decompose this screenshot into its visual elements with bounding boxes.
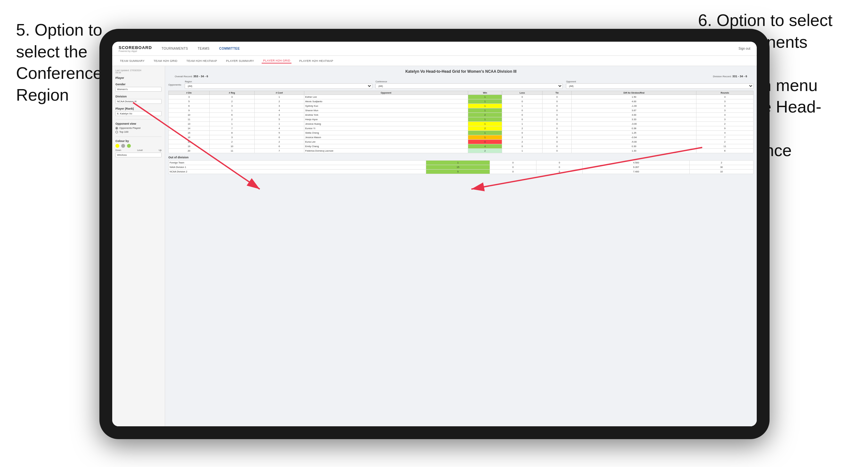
- cell-reg: 1: [209, 122, 254, 126]
- cell-win: 2: [468, 126, 502, 131]
- legend-down: Down: [116, 149, 121, 151]
- subnav-player-h2h-heatmap[interactable]: PLAYER H2H HEATMAP: [298, 59, 335, 63]
- cell-div: 10: [169, 113, 210, 117]
- cell-diff: -5.00: [572, 140, 696, 144]
- subnav-team-h2h-grid[interactable]: TEAM H2H GRID: [152, 59, 179, 63]
- cell-win: 1: [468, 108, 502, 113]
- table-row: 18 2 2 Euna Lee 0 2 0 -5.00 2: [169, 140, 753, 144]
- ood-cell-win: 5: [426, 169, 490, 174]
- cell-tie: 0: [542, 99, 571, 104]
- h2h-table: # Div # Reg # Conf Opponent Win Loss Tie…: [168, 91, 753, 153]
- cell-loss: 0: [502, 108, 542, 113]
- colour-by-select[interactable]: Win/loss: [116, 153, 162, 157]
- ood-cell-rounds: 10: [690, 169, 753, 174]
- cell-rounds: 3: [696, 104, 753, 108]
- cell-conf: 1: [254, 95, 304, 99]
- cell-win: 1: [468, 95, 502, 99]
- nav-committee[interactable]: COMMITTEE: [219, 46, 240, 51]
- opponent-select[interactable]: (All): [566, 83, 753, 89]
- cell-loss: 2: [502, 140, 542, 144]
- cell-win: 1: [468, 135, 502, 140]
- col-loss: Loss: [502, 91, 542, 95]
- division-select[interactable]: NCAA Division III: [116, 99, 162, 104]
- out-of-division-table: Foreign Team 1 0 0 4.500 2 NAIA Division…: [168, 160, 753, 174]
- table-row: 20 11 7 Federica Domecq Lacroze 2 1 0 1.…: [169, 149, 753, 153]
- cell-win: 1: [468, 104, 502, 108]
- col-diff: Diff Av Strokes/Rnd: [572, 91, 696, 95]
- ood-cell-rounds: 30: [690, 165, 753, 169]
- ood-cell-loss: 0: [490, 165, 536, 169]
- cell-loss: 0: [502, 144, 542, 149]
- cell-rounds: 9: [696, 126, 753, 131]
- region-filter: Region (All): [185, 81, 372, 89]
- cell-loss: 1: [502, 149, 542, 153]
- out-of-division-title: Out of division: [168, 156, 753, 159]
- col-rounds: Rounds: [696, 91, 753, 95]
- col-win: Win: [468, 91, 502, 95]
- legend-dot-yellow: [116, 144, 119, 148]
- ood-cell-opponent: NCAA Division 2: [169, 169, 426, 174]
- division-label: Division: [116, 95, 162, 98]
- cell-opponent: Esther Lee: [304, 95, 468, 99]
- cell-tie: 0: [542, 117, 571, 122]
- cell-tie: 0: [542, 140, 571, 144]
- colour-by-section: Colour by Down Level Up Win/loss: [116, 139, 162, 157]
- colour-by-title: Colour by: [116, 139, 162, 143]
- nav-tournaments[interactable]: TOURNAMENTS: [162, 46, 188, 51]
- cell-conf: 7: [254, 149, 304, 153]
- cell-conf: 4: [254, 126, 304, 131]
- player-rank-section: Player (Rank) 8. Katelyn Vo: [116, 107, 162, 116]
- cell-tie: 0: [542, 144, 571, 149]
- division-record: Division Record: 331 - 34 - 6: [713, 75, 747, 78]
- ood-cell-diff: 7.400: [583, 169, 690, 174]
- cell-loss: 2: [502, 135, 542, 140]
- radio-dot-opponents: [116, 127, 118, 129]
- subnav-player-summary[interactable]: PLAYER SUMMARY: [225, 59, 255, 63]
- cell-opponent: Eunice Yi: [304, 126, 468, 131]
- cell-div: 15: [169, 131, 210, 135]
- cell-reg: 3: [209, 135, 254, 140]
- cell-opponent: Stella Cheng: [304, 131, 468, 135]
- cell-opponent: Federica Domecq Lacroze: [304, 149, 468, 153]
- opponent-filter: Opponent (All): [566, 81, 753, 89]
- cell-opponent: Emily Chang: [304, 144, 468, 149]
- table-row: 11 2 5 Heejo Hyun 1 0 0 3.33 3: [169, 117, 753, 122]
- cell-win: 1: [468, 117, 502, 122]
- cell-tie: 0: [542, 95, 571, 99]
- cell-div: 5: [169, 99, 210, 104]
- cell-conf: 3: [254, 104, 304, 108]
- subnav-team-h2h-heatmap[interactable]: TEAM H2H HEATMAP: [185, 59, 218, 63]
- radio-top100[interactable]: Top 100: [116, 130, 162, 133]
- subnav-player-h2h-grid[interactable]: PLAYER H2H GRID: [262, 58, 291, 63]
- cell-div: 9: [169, 108, 210, 113]
- cell-div: 3: [169, 95, 210, 99]
- logo-sub: Powered by clippd: [119, 50, 152, 52]
- cell-tie: 0: [542, 104, 571, 108]
- cell-opponent: Andrea York: [304, 113, 468, 117]
- sign-out-link[interactable]: Sign out: [739, 47, 750, 50]
- cell-win: 4: [468, 144, 502, 149]
- cell-div: 14: [169, 126, 210, 131]
- opponents-label: Opponents:: [168, 83, 182, 86]
- ood-table-row: NAIA Division 1 15 0 0 9.267 30: [169, 165, 753, 169]
- cell-conf: 2: [254, 140, 304, 144]
- subnav-team-summary[interactable]: TEAM SUMMARY: [119, 59, 146, 63]
- cell-rounds: 7: [696, 135, 753, 140]
- cell-win: 2: [468, 149, 502, 153]
- region-select[interactable]: (All): [185, 83, 372, 89]
- cell-rounds: 3: [696, 108, 753, 113]
- nav-teams[interactable]: TEAMS: [197, 46, 209, 51]
- table-row: 14 7 4 Eunice Yi 2 2 0 0.38 9: [169, 126, 753, 131]
- cell-reg: 3: [209, 95, 254, 99]
- gender-select[interactable]: Women's: [116, 87, 162, 92]
- radio-dot-top100: [116, 131, 118, 133]
- player-rank-select[interactable]: 8. Katelyn Vo: [116, 111, 162, 116]
- radio-opponents-played[interactable]: Opponents Played: [116, 127, 162, 129]
- conference-select[interactable]: (All): [375, 83, 563, 89]
- cell-reg: 2: [209, 140, 254, 144]
- gender-section: Gender Women's: [116, 83, 162, 92]
- ood-cell-tie: 0: [536, 161, 583, 165]
- logo-text: SCOREBOARD: [119, 45, 152, 50]
- legend-dot-green: [127, 144, 131, 148]
- cell-rounds: 4: [696, 113, 753, 117]
